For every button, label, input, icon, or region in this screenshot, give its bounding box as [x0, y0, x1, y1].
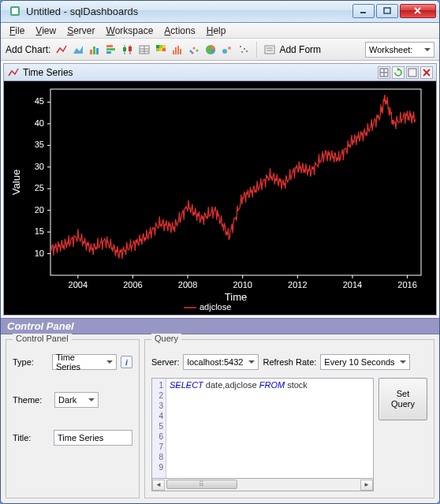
svg-text:20: 20	[35, 205, 44, 215]
column-chart-icon[interactable]	[104, 43, 118, 57]
scatter-chart-icon[interactable]	[187, 43, 201, 57]
settings-icon[interactable]	[406, 66, 419, 79]
sql-code[interactable]: SELECT date,adjclose FROM stock	[166, 379, 373, 478]
menu-workspace[interactable]: Workspace	[101, 24, 159, 38]
svg-text:2006: 2006	[123, 280, 142, 289]
svg-rect-25	[159, 48, 162, 51]
line-chart-icon	[7, 66, 20, 79]
bubble-chart-icon[interactable]	[220, 43, 234, 57]
control-panel-header[interactable]: Control Panel	[1, 318, 439, 334]
minimize-button[interactable]	[352, 4, 375, 18]
svg-rect-9	[96, 48, 99, 54]
svg-text:2016: 2016	[397, 280, 416, 289]
svg-text:2010: 2010	[233, 280, 252, 289]
candlestick-chart-icon[interactable]	[121, 43, 135, 57]
menubar: File View Server Workspace Actions Help	[1, 23, 439, 39]
scroll-thumb[interactable]: ⠿	[166, 480, 237, 489]
chart-panel-title: Time Series	[23, 67, 73, 78]
svg-rect-16	[129, 47, 132, 51]
table-icon[interactable]	[137, 43, 151, 57]
query-fieldset: Query Server: localhost:5432 Refresh Rat…	[144, 339, 434, 498]
horizontal-scrollbar[interactable]: ◄ ⠿ ►	[151, 479, 374, 491]
window-controls	[352, 4, 436, 18]
area-chart-icon[interactable]	[71, 43, 85, 57]
server-label: Server:	[151, 357, 179, 367]
svg-rect-22	[159, 45, 162, 48]
menu-server[interactable]: Server	[62, 24, 100, 38]
svg-rect-7	[90, 50, 92, 54]
svg-rect-14	[123, 47, 126, 51]
close-button[interactable]	[400, 4, 436, 18]
grid-icon[interactable]	[378, 66, 390, 79]
svg-point-40	[241, 51, 243, 53]
add-chart-label: Add Chart:	[6, 44, 50, 55]
svg-text:Time: Time	[225, 291, 247, 303]
heatmap-icon[interactable]	[154, 43, 168, 57]
svg-rect-30	[180, 49, 181, 54]
fieldset-legend: Query	[151, 334, 181, 343]
menu-file[interactable]: File	[4, 24, 30, 38]
title-input[interactable]	[54, 430, 132, 446]
svg-rect-23	[162, 45, 166, 48]
svg-point-37	[228, 47, 231, 50]
scroll-track[interactable]: ⠿	[165, 480, 360, 491]
svg-rect-12	[106, 51, 111, 54]
add-form-label[interactable]: Add Form	[279, 44, 321, 55]
svg-text:adjclose: adjclose	[199, 302, 231, 312]
worksheet-selector[interactable]: Worksheet:	[365, 42, 434, 58]
menu-actions[interactable]: Actions	[158, 24, 200, 38]
app-icon	[9, 5, 21, 17]
svg-rect-27	[173, 50, 174, 54]
svg-text:15: 15	[35, 227, 44, 237]
pie-chart-icon[interactable]	[203, 43, 218, 57]
svg-rect-21	[156, 45, 159, 48]
svg-rect-26	[162, 48, 166, 51]
svg-text:2008: 2008	[178, 280, 197, 289]
menu-view[interactable]: View	[30, 24, 62, 38]
scroll-left-arrow[interactable]: ◄	[152, 480, 165, 491]
maximize-button[interactable]	[376, 4, 398, 18]
histogram-icon[interactable]	[170, 43, 185, 57]
svg-rect-3	[384, 8, 390, 13]
svg-text:2004: 2004	[69, 280, 88, 289]
info-icon[interactable]: i	[121, 356, 132, 368]
svg-text:35: 35	[35, 140, 44, 150]
type-label: Type:	[13, 357, 48, 367]
refresh-rate-label: Refresh Rate:	[263, 357, 316, 367]
chart-panel-titlebar[interactable]: Time Series	[4, 64, 436, 81]
server-selector[interactable]: localhost:5432	[183, 354, 259, 370]
svg-text:2012: 2012	[288, 280, 307, 289]
line-gutter: 123456789	[152, 379, 166, 478]
line-chart-icon[interactable]	[54, 43, 69, 57]
svg-marker-48	[397, 68, 400, 71]
svg-rect-49	[408, 69, 416, 77]
svg-point-41	[246, 50, 248, 52]
svg-text:Value: Value	[10, 170, 22, 195]
svg-rect-28	[175, 47, 177, 54]
close-panel-icon[interactable]	[420, 66, 433, 79]
refresh-rate-selector[interactable]: Every 10 Seconds	[320, 354, 410, 370]
theme-selector[interactable]: Dark	[54, 392, 99, 408]
scroll-right-arrow[interactable]: ►	[360, 480, 373, 491]
svg-point-36	[222, 49, 227, 54]
bar-chart-icon[interactable]	[88, 43, 102, 57]
svg-point-38	[240, 46, 241, 47]
svg-rect-11	[106, 48, 115, 50]
svg-rect-42	[265, 46, 274, 54]
sql-editor[interactable]: 123456789 SELECT date,adjclose FROM stoc…	[151, 378, 374, 479]
svg-rect-1	[12, 8, 18, 14]
separator	[256, 42, 257, 58]
svg-point-33	[196, 49, 199, 51]
svg-point-32	[193, 47, 196, 49]
chart: 1015202530354045200420062008201020122014…	[4, 81, 436, 315]
menu-help[interactable]: Help	[201, 24, 232, 38]
chart-area: 1015202530354045200420062008201020122014…	[4, 81, 436, 315]
refresh-icon[interactable]	[392, 66, 405, 79]
form-icon[interactable]	[263, 43, 277, 57]
toolbar: Add Chart: Add Form Worksheet:	[1, 39, 439, 61]
set-query-button[interactable]: Set Query	[378, 378, 427, 420]
svg-rect-24	[156, 48, 159, 51]
svg-text:25: 25	[35, 184, 44, 193]
type-selector[interactable]: Time Series	[52, 354, 117, 370]
dot-chart-icon[interactable]	[237, 43, 251, 57]
